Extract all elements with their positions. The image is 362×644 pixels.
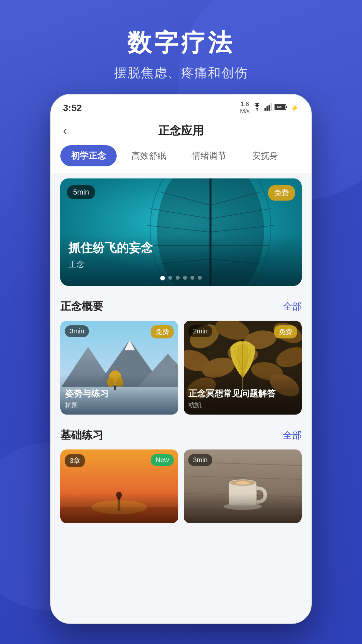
section-basic-practice: 基础练习 全部: [51, 420, 311, 529]
dot-2: [168, 276, 172, 280]
card1-duration: 3min: [65, 325, 89, 337]
dot-6: [198, 276, 202, 280]
svg-point-62: [236, 481, 249, 485]
basic-card1-new-badge: New: [151, 454, 174, 466]
section1-title: 正念概要: [60, 299, 103, 314]
card1-text: 姿势与练习 杭凯: [65, 388, 109, 410]
hero-free-badge: 免费: [268, 185, 295, 201]
section2-header: 基础练习 全部: [60, 428, 302, 443]
status-bar: 3:52 1.6M/s: [51, 95, 311, 118]
content-area: 5min 免费 抓住纷飞的妄念 正念 正念概要 全部: [51, 173, 311, 624]
card-faq[interactable]: 2min 免费 正念冥想常见问题解答 杭凯: [184, 321, 302, 415]
svg-rect-3: [268, 105, 270, 111]
basic-card2-duration: 3min: [188, 454, 212, 466]
charging-icon: ⚡: [291, 104, 299, 112]
svg-point-0: [256, 109, 258, 111]
top-nav: ‹ 正念应用: [51, 118, 311, 145]
card2-free-badge: 免费: [274, 325, 297, 338]
basic-card-2[interactable]: 3min: [184, 449, 302, 523]
svg-rect-1: [264, 108, 266, 111]
card2-title: 正念冥想常见问题解答: [188, 388, 276, 399]
section1-cards: 3min 免费 姿势与练习 杭凯: [60, 321, 302, 415]
dot-1: [160, 276, 165, 280]
hero-card[interactable]: 5min 免费 抓住纷飞的妄念 正念: [60, 178, 302, 286]
tab-beginner[interactable]: 初学正念: [60, 145, 117, 166]
phone-mockup: 3:52 1.6M/s: [50, 94, 312, 624]
wifi-icon: [252, 103, 262, 113]
carousel-dots: [160, 276, 202, 280]
back-button[interactable]: ‹: [63, 124, 67, 138]
battery-icon: 100: [275, 104, 288, 112]
status-time: 3:52: [63, 103, 82, 113]
card1-author: 杭凯: [65, 401, 109, 410]
tab-bar: 初学正念 高效舒眠 情绪调节 安抚身: [51, 145, 311, 173]
tab-emotion[interactable]: 情绪调节: [181, 145, 237, 166]
status-icons: 1.6M/s: [240, 101, 299, 115]
svg-text:100: 100: [277, 106, 282, 109]
card-posture[interactable]: 3min 免费 姿势与练习 杭凯: [60, 321, 178, 415]
tab-soothe[interactable]: 安抚身: [241, 145, 289, 166]
page-title: 正念应用: [158, 123, 204, 139]
app-subtitle: 摆脱焦虑、疼痛和创伤: [0, 64, 362, 82]
section2-more[interactable]: 全部: [283, 429, 302, 442]
basic-card-1[interactable]: 3章 New: [60, 449, 178, 523]
hero-bg: [60, 178, 302, 286]
hero-title: 抓住纷飞的妄念: [68, 240, 153, 256]
header-section: 数字疗法 摆脱焦虑、疼痛和创伤: [0, 27, 362, 82]
section2-cards: 3章 New: [60, 449, 302, 523]
svg-rect-2: [266, 106, 268, 111]
card2-duration: 2min: [188, 325, 212, 337]
card2-author: 杭凯: [188, 401, 276, 410]
svg-rect-6: [286, 106, 287, 108]
dot-5: [190, 276, 194, 280]
hero-subtitle: 正念: [68, 259, 153, 270]
app-title: 数字疗法: [0, 27, 362, 59]
signal-icon: [264, 103, 272, 113]
section-mindfulness-overview: 正念概要 全部: [51, 291, 311, 420]
basic-card1-chapter: 3章: [65, 454, 85, 467]
network-speed: 1.6M/s: [240, 101, 250, 115]
section1-header: 正念概要 全部: [60, 299, 302, 314]
section2-title: 基础练习: [60, 428, 103, 443]
card2-text: 正念冥想常见问题解答 杭凯: [188, 388, 276, 410]
dot-3: [176, 276, 180, 280]
dot-4: [183, 276, 187, 280]
svg-rect-4: [270, 103, 272, 111]
section1-more[interactable]: 全部: [283, 300, 302, 313]
card1-free-badge: 免费: [151, 325, 174, 338]
hero-duration-badge: 5min: [67, 185, 95, 199]
hero-text: 抓住纷飞的妄念 正念: [68, 240, 153, 270]
tab-sleep[interactable]: 高效舒眠: [121, 145, 177, 166]
card1-title: 姿势与练习: [65, 388, 109, 399]
